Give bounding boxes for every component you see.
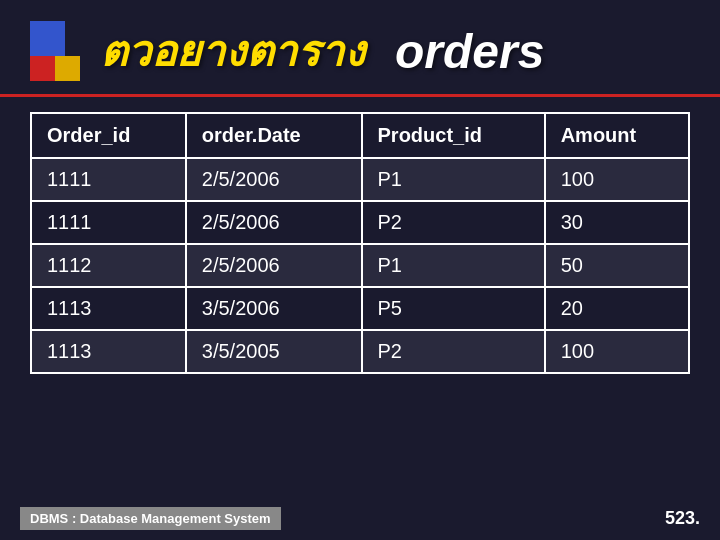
table-cell: 1113 <box>31 330 186 373</box>
col-order-id: Order_id <box>31 113 186 158</box>
table-cell: P5 <box>362 287 545 330</box>
table-cell: 1112 <box>31 244 186 287</box>
table-row: 11112/5/2006P230 <box>31 201 689 244</box>
table-cell: P2 <box>362 201 545 244</box>
table-cell: 3/5/2005 <box>186 330 362 373</box>
col-amount: Amount <box>545 113 689 158</box>
table-cell: P1 <box>362 244 545 287</box>
table-row: 11133/5/2005P2100 <box>31 330 689 373</box>
col-order-date: order.Date <box>186 113 362 158</box>
table-row: 11133/5/2006P520 <box>31 287 689 330</box>
table-cell: P2 <box>362 330 545 373</box>
orders-table: Order_id order.Date Product_id Amount 11… <box>30 112 690 374</box>
red-square <box>30 56 55 81</box>
header-decoration <box>30 21 90 81</box>
yellow-square <box>55 56 80 81</box>
table-cell: 1111 <box>31 201 186 244</box>
table-cell: 1113 <box>31 287 186 330</box>
footer-label: DBMS : Database Management System <box>20 507 281 530</box>
page-header: ตวอยางตาราง orders <box>0 0 720 94</box>
table-cell: 1111 <box>31 158 186 201</box>
eng-title: orders <box>395 24 544 79</box>
footer-prefix: DBMS : <box>30 511 80 526</box>
table-cell: 30 <box>545 201 689 244</box>
table-cell: 3/5/2006 <box>186 287 362 330</box>
table-row: 11112/5/2006P1100 <box>31 158 689 201</box>
table-cell: 100 <box>545 158 689 201</box>
table-cell: 50 <box>545 244 689 287</box>
table-container: Order_id order.Date Product_id Amount 11… <box>0 112 720 374</box>
table-cell: 2/5/2006 <box>186 201 362 244</box>
page-number: 523. <box>665 508 700 529</box>
table-cell: 20 <box>545 287 689 330</box>
col-product-id: Product_id <box>362 113 545 158</box>
thai-title: ตวอยางตาราง <box>100 18 365 84</box>
table-header-row: Order_id order.Date Product_id Amount <box>31 113 689 158</box>
table-cell: 100 <box>545 330 689 373</box>
table-cell: 2/5/2006 <box>186 244 362 287</box>
table-cell: 2/5/2006 <box>186 158 362 201</box>
table-cell: P1 <box>362 158 545 201</box>
blue-square <box>30 21 65 56</box>
page-footer: DBMS : Database Management System 523. <box>0 507 720 530</box>
footer-text: Database Management System <box>80 511 271 526</box>
header-divider <box>0 94 720 97</box>
table-row: 11122/5/2006P150 <box>31 244 689 287</box>
